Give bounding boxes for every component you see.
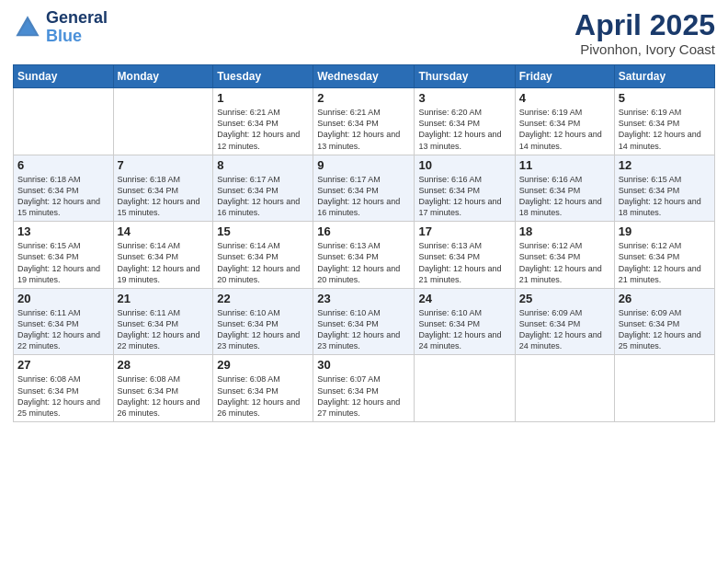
day-number: 21 <box>118 292 210 305</box>
table-row: 19Sunrise: 6:12 AMSunset: 6:34 PMDayligh… <box>614 222 714 289</box>
day-detail: Sunrise: 6:19 AMSunset: 6:34 PMDaylight:… <box>519 107 610 152</box>
day-number: 2 <box>317 91 410 105</box>
day-number: 6 <box>17 158 109 172</box>
calendar-subtitle: Pivonhon, Ivory Coast <box>574 41 715 57</box>
calendar-title: April 2025 <box>574 9 715 41</box>
day-number: 27 <box>17 358 109 372</box>
day-detail: Sunrise: 6:08 AMSunset: 6:34 PMDaylight:… <box>118 373 210 419</box>
calendar-week-row: 20Sunrise: 6:11 AMSunset: 6:34 PMDayligh… <box>14 288 715 355</box>
day-detail: Sunrise: 6:10 AMSunset: 6:34 PMDaylight:… <box>317 307 410 352</box>
logo-icon <box>13 13 42 42</box>
day-number: 5 <box>619 91 711 105</box>
day-detail: Sunrise: 6:13 AMSunset: 6:34 PMDaylight:… <box>418 240 510 285</box>
table-row <box>515 355 614 422</box>
day-detail: Sunrise: 6:12 AMSunset: 6:34 PMDaylight:… <box>619 240 711 285</box>
calendar-body: 1Sunrise: 6:21 AMSunset: 6:34 PMDaylight… <box>14 88 715 422</box>
table-row: 7Sunrise: 6:18 AMSunset: 6:34 PMDaylight… <box>113 155 213 222</box>
day-detail: Sunrise: 6:16 AMSunset: 6:34 PMDaylight:… <box>519 174 610 219</box>
day-number: 8 <box>217 158 309 172</box>
day-detail: Sunrise: 6:08 AMSunset: 6:34 PMDaylight:… <box>17 373 109 419</box>
day-detail: Sunrise: 6:17 AMSunset: 6:34 PMDaylight:… <box>217 174 309 219</box>
day-detail: Sunrise: 6:10 AMSunset: 6:34 PMDaylight:… <box>217 307 309 352</box>
title-block: April 2025 Pivonhon, Ivory Coast <box>574 9 715 57</box>
table-row: 3Sunrise: 6:20 AMSunset: 6:34 PMDaylight… <box>415 88 515 155</box>
day-number: 22 <box>217 292 309 305</box>
table-row: 27Sunrise: 6:08 AMSunset: 6:34 PMDayligh… <box>14 355 114 422</box>
day-number: 4 <box>519 91 610 105</box>
table-row: 13Sunrise: 6:15 AMSunset: 6:34 PMDayligh… <box>14 222 114 289</box>
table-row: 28Sunrise: 6:08 AMSunset: 6:34 PMDayligh… <box>113 355 213 422</box>
day-detail: Sunrise: 6:20 AMSunset: 6:34 PMDaylight:… <box>418 107 510 152</box>
day-detail: Sunrise: 6:10 AMSunset: 6:34 PMDaylight:… <box>418 307 510 352</box>
col-saturday: Saturday <box>614 65 714 88</box>
calendar-week-row: 13Sunrise: 6:15 AMSunset: 6:34 PMDayligh… <box>14 222 715 289</box>
table-row: 9Sunrise: 6:17 AMSunset: 6:34 PMDaylight… <box>313 155 415 222</box>
day-detail: Sunrise: 6:15 AMSunset: 6:34 PMDaylight:… <box>619 174 711 219</box>
table-row: 17Sunrise: 6:13 AMSunset: 6:34 PMDayligh… <box>415 222 515 289</box>
day-number: 1 <box>217 91 309 105</box>
logo-line1: General <box>46 9 108 28</box>
table-row: 11Sunrise: 6:16 AMSunset: 6:34 PMDayligh… <box>515 155 614 222</box>
logo: General Blue <box>13 9 108 46</box>
table-row: 25Sunrise: 6:09 AMSunset: 6:34 PMDayligh… <box>515 288 614 355</box>
calendar-week-row: 1Sunrise: 6:21 AMSunset: 6:34 PMDaylight… <box>14 88 715 155</box>
day-detail: Sunrise: 6:11 AMSunset: 6:34 PMDaylight:… <box>118 307 210 352</box>
day-number: 11 <box>519 158 610 172</box>
table-row: 16Sunrise: 6:13 AMSunset: 6:34 PMDayligh… <box>313 222 415 289</box>
day-detail: Sunrise: 6:09 AMSunset: 6:34 PMDaylight:… <box>519 307 610 352</box>
day-detail: Sunrise: 6:18 AMSunset: 6:34 PMDaylight:… <box>17 174 109 219</box>
day-detail: Sunrise: 6:18 AMSunset: 6:34 PMDaylight:… <box>118 174 210 219</box>
day-number: 16 <box>317 224 410 238</box>
col-friday: Friday <box>515 65 614 88</box>
table-row <box>614 355 714 422</box>
day-detail: Sunrise: 6:21 AMSunset: 6:34 PMDaylight:… <box>217 107 309 152</box>
col-sunday: Sunday <box>14 65 114 88</box>
day-number: 24 <box>418 292 510 305</box>
day-detail: Sunrise: 6:14 AMSunset: 6:34 PMDaylight:… <box>118 240 210 285</box>
table-row: 24Sunrise: 6:10 AMSunset: 6:34 PMDayligh… <box>415 288 515 355</box>
table-row: 22Sunrise: 6:10 AMSunset: 6:34 PMDayligh… <box>213 288 313 355</box>
day-number: 9 <box>317 158 410 172</box>
table-row: 26Sunrise: 6:09 AMSunset: 6:34 PMDayligh… <box>614 288 714 355</box>
calendar-week-row: 27Sunrise: 6:08 AMSunset: 6:34 PMDayligh… <box>14 355 715 422</box>
page: General Blue April 2025 Pivonhon, Ivory … <box>0 0 728 563</box>
table-row: 30Sunrise: 6:07 AMSunset: 6:34 PMDayligh… <box>313 355 415 422</box>
day-number: 30 <box>317 358 410 372</box>
table-row: 14Sunrise: 6:14 AMSunset: 6:34 PMDayligh… <box>113 222 213 289</box>
table-row <box>415 355 515 422</box>
day-detail: Sunrise: 6:15 AMSunset: 6:34 PMDaylight:… <box>17 240 109 285</box>
table-row: 8Sunrise: 6:17 AMSunset: 6:34 PMDaylight… <box>213 155 313 222</box>
table-row: 2Sunrise: 6:21 AMSunset: 6:34 PMDaylight… <box>313 88 415 155</box>
table-row: 1Sunrise: 6:21 AMSunset: 6:34 PMDaylight… <box>213 88 313 155</box>
col-thursday: Thursday <box>415 65 515 88</box>
calendar-header-row: Sunday Monday Tuesday Wednesday Thursday… <box>14 65 715 88</box>
table-row <box>113 88 213 155</box>
day-number: 17 <box>418 224 510 238</box>
table-row: 21Sunrise: 6:11 AMSunset: 6:34 PMDayligh… <box>113 288 213 355</box>
day-number: 25 <box>519 292 610 305</box>
day-detail: Sunrise: 6:14 AMSunset: 6:34 PMDaylight:… <box>217 240 309 285</box>
table-row: 10Sunrise: 6:16 AMSunset: 6:34 PMDayligh… <box>415 155 515 222</box>
table-row: 29Sunrise: 6:08 AMSunset: 6:34 PMDayligh… <box>213 355 313 422</box>
table-row: 6Sunrise: 6:18 AMSunset: 6:34 PMDaylight… <box>14 155 114 222</box>
day-detail: Sunrise: 6:12 AMSunset: 6:34 PMDaylight:… <box>519 240 610 285</box>
day-detail: Sunrise: 6:21 AMSunset: 6:34 PMDaylight:… <box>317 107 410 152</box>
col-monday: Monday <box>113 65 213 88</box>
day-number: 23 <box>317 292 410 305</box>
table-row <box>14 88 114 155</box>
calendar-table: Sunday Monday Tuesday Wednesday Thursday… <box>13 64 715 422</box>
day-detail: Sunrise: 6:09 AMSunset: 6:34 PMDaylight:… <box>619 307 711 352</box>
col-wednesday: Wednesday <box>313 65 415 88</box>
day-number: 28 <box>118 358 210 372</box>
day-detail: Sunrise: 6:19 AMSunset: 6:34 PMDaylight:… <box>619 107 711 152</box>
day-number: 14 <box>118 224 210 238</box>
day-number: 13 <box>17 224 109 238</box>
col-tuesday: Tuesday <box>213 65 313 88</box>
table-row: 23Sunrise: 6:10 AMSunset: 6:34 PMDayligh… <box>313 288 415 355</box>
day-number: 7 <box>118 158 210 172</box>
table-row: 4Sunrise: 6:19 AMSunset: 6:34 PMDaylight… <box>515 88 614 155</box>
day-detail: Sunrise: 6:07 AMSunset: 6:34 PMDaylight:… <box>317 373 410 419</box>
day-number: 29 <box>217 358 309 372</box>
table-row: 5Sunrise: 6:19 AMSunset: 6:34 PMDaylight… <box>614 88 714 155</box>
day-number: 12 <box>619 158 711 172</box>
